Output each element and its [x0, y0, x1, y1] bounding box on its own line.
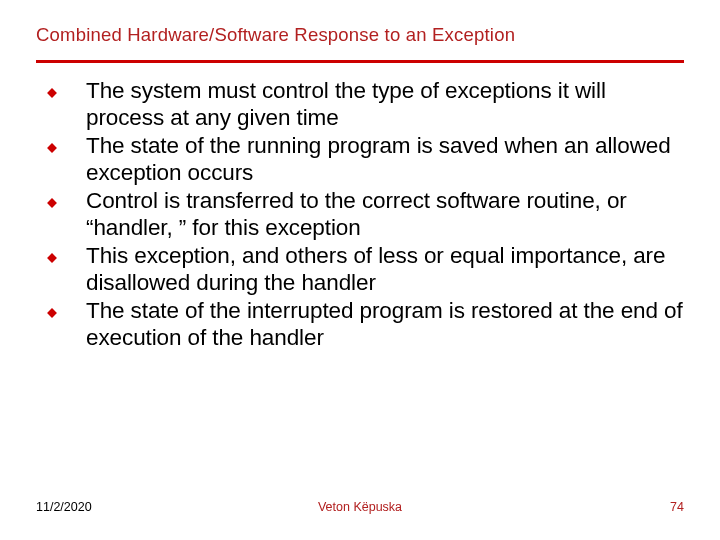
list-item: This exception, and others of less or eq…: [44, 242, 684, 297]
svg-rect-1: [47, 143, 57, 153]
list-item: Control is transferred to the correct so…: [44, 187, 684, 242]
diamond-bullet-icon: [46, 305, 58, 317]
bullet-text: Control is transferred to the correct so…: [86, 187, 684, 242]
footer-author: Veton Këpuska: [318, 500, 402, 514]
bullet-list: The system must control the type of exce…: [44, 77, 684, 351]
list-item: The state of the interrupted program is …: [44, 297, 684, 352]
svg-rect-0: [47, 88, 57, 98]
title-rule: [36, 60, 684, 63]
svg-rect-3: [47, 253, 57, 263]
bullet-text: The state of the running program is save…: [86, 132, 684, 187]
bullet-text: The state of the interrupted program is …: [86, 297, 684, 352]
list-item: The state of the running program is save…: [44, 132, 684, 187]
diamond-bullet-icon: [46, 250, 58, 262]
svg-rect-2: [47, 198, 57, 208]
diamond-bullet-icon: [46, 140, 58, 152]
footer-page-number: 74: [670, 500, 684, 514]
svg-rect-4: [47, 308, 57, 318]
slide: Combined Hardware/Software Response to a…: [0, 0, 720, 540]
footer: 11/2/2020 Veton Këpuska 74: [36, 500, 684, 514]
footer-date: 11/2/2020: [36, 500, 92, 514]
content-area: The system must control the type of exce…: [36, 77, 684, 351]
diamond-bullet-icon: [46, 85, 58, 97]
list-item: The system must control the type of exce…: [44, 77, 684, 132]
bullet-text: This exception, and others of less or eq…: [86, 242, 684, 297]
diamond-bullet-icon: [46, 195, 58, 207]
slide-title: Combined Hardware/Software Response to a…: [36, 24, 684, 46]
bullet-text: The system must control the type of exce…: [86, 77, 684, 132]
